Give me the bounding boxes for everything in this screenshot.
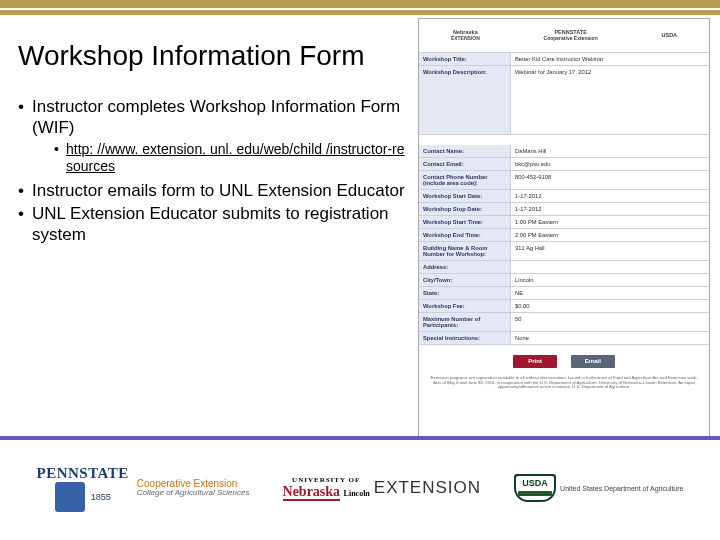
form-header-logos: NebraskaEXTENSION PENNSTATECooperative E… <box>419 19 709 53</box>
usda-full-text: United States Department of Agriculture <box>560 485 683 492</box>
val: 2:00 PM Eastern <box>511 229 709 241</box>
main-content: Workshop Information Form Instructor com… <box>18 40 408 247</box>
row-end-time: Workshop End Time:2:00 PM Eastern <box>419 229 709 242</box>
neb-lincoln: Lincoln <box>344 489 370 498</box>
row-state: State:NE <box>419 287 709 300</box>
penn-year: 1855 <box>91 492 111 502</box>
lbl: Address: <box>419 261 511 273</box>
sub-bullet-1: http: //www. extension. unl. edu/web/chi… <box>54 141 408 176</box>
val: DaMaris Hill <box>511 145 709 157</box>
val: bkc@psu.edu <box>511 158 709 170</box>
lbl: Workshop Start Time: <box>419 216 511 228</box>
row-address: Address: <box>419 261 709 274</box>
coop-extension-text: Cooperative Extension College of Agricul… <box>137 479 250 497</box>
footer-logos: PENNSTATE 1855 Cooperative Extension Col… <box>0 452 720 524</box>
row-city: City/Town:Lincoln <box>419 274 709 287</box>
nebraska-footer-logo: UNIVERSITY OF Nebraska Lincoln EXTENSION <box>283 476 482 500</box>
coop-text: Cooperative Extension <box>544 35 598 41</box>
row-contact-phone: Contact Phone Number (include area code)… <box>419 171 709 190</box>
lbl: Workshop Description: <box>419 66 511 134</box>
row-stop-date: Workshop Stop Date:1-17-2012 <box>419 203 709 216</box>
val: NE <box>511 287 709 299</box>
form-fine-print: Extension programs are registration avai… <box>419 376 709 390</box>
row-start-date: Workshop Start Date:1-17-2012 <box>419 190 709 203</box>
val: Webinar for January 17, 2012 <box>511 66 709 134</box>
print-button[interactable]: Print <box>513 355 557 368</box>
resource-link[interactable]: http: //www. extension. unl. edu/web/chi… <box>66 141 405 175</box>
sub-bullet-list: http: //www. extension. unl. edu/web/chi… <box>54 141 408 176</box>
lbl: City/Town: <box>419 274 511 286</box>
extension-word: EXTENSION <box>374 478 481 498</box>
val: 1:00 PM Eastern <box>511 216 709 228</box>
pennstate-seal-icon <box>55 482 85 512</box>
bullet-list: Instructor completes Workshop Informatio… <box>18 96 408 245</box>
row-start-time: Workshop Start Time:1:00 PM Eastern <box>419 216 709 229</box>
lbl: Workshop End Time: <box>419 229 511 241</box>
lbl: Contact Email: <box>419 158 511 170</box>
val: 1-17-2012 <box>511 190 709 202</box>
row-max: Maximum Number of Participants:50 <box>419 313 709 332</box>
form-thumbnail: NebraskaEXTENSION PENNSTATECooperative E… <box>418 18 710 438</box>
footer-divider <box>0 436 720 440</box>
bullet-2: Instructor emails form to UNL Extension … <box>18 180 408 201</box>
usda-logo: USDA <box>662 33 678 39</box>
val: 50 <box>511 313 709 331</box>
bullet-3: UNL Extension Educator submits to regist… <box>18 203 408 246</box>
bullet-1: Instructor completes Workshop Informatio… <box>18 96 408 176</box>
usda-footer-logo: United States Department of Agriculture <box>514 474 683 502</box>
lbl: Workshop Start Date: <box>419 190 511 202</box>
val: None <box>511 332 709 344</box>
lbl: Special Instructions: <box>419 332 511 344</box>
nebraska-logo: NebraskaEXTENSION <box>451 30 480 41</box>
val: Better Kid Care Instructor Webinar <box>511 53 709 65</box>
row-title: Workshop Title:Better Kid Care Instructo… <box>419 53 709 66</box>
val: Lincoln <box>511 274 709 286</box>
val <box>511 261 709 273</box>
lbl: Contact Name: <box>419 145 511 157</box>
ext-text: EXTENSION <box>451 35 480 41</box>
row-contact-email: Contact Email:bkc@psu.edu <box>419 158 709 171</box>
row-desc: Workshop Description:Webinar for January… <box>419 66 709 135</box>
lbl: Contact Phone Number (include area code)… <box>419 171 511 189</box>
neb-univ: UNIVERSITY OF <box>283 476 370 484</box>
val: $0.00 <box>511 300 709 312</box>
lbl: State: <box>419 287 511 299</box>
lbl: Building Name & Room Number for Workshop… <box>419 242 511 260</box>
accent-bar-2 <box>0 10 720 15</box>
row-special: Special Instructions:None <box>419 332 709 345</box>
accent-bar-1 <box>0 0 720 8</box>
val: 1-17-2012 <box>511 203 709 215</box>
neb-main: Nebraska <box>283 484 341 501</box>
page-title: Workshop Information Form <box>18 40 408 72</box>
email-button[interactable]: Email <box>571 355 615 368</box>
neb-word: UNIVERSITY OF Nebraska Lincoln <box>283 476 370 500</box>
row-fee: Workshop Fee:$0.00 <box>419 300 709 313</box>
row-contact-name: Contact Name:DaMaris Hill <box>419 145 709 158</box>
lbl: Workshop Title: <box>419 53 511 65</box>
coop2: College of Agricultural Sciences <box>137 489 250 497</box>
val: 800-452-9108 <box>511 171 709 189</box>
val: 311 Ag Hall <box>511 242 709 260</box>
lbl: Workshop Fee: <box>419 300 511 312</box>
bullet-1-text: Instructor completes Workshop Informatio… <box>32 97 400 137</box>
lbl: Maximum Number of Participants: <box>419 313 511 331</box>
lbl: Workshop Stop Date: <box>419 203 511 215</box>
penn-word: PENNSTATE <box>37 465 129 482</box>
pennstate-logo: PENNSTATECooperative Extension <box>544 30 598 41</box>
pennstate-footer-logo: PENNSTATE 1855 Cooperative Extension Col… <box>37 465 250 512</box>
usda-shield-icon <box>514 474 556 502</box>
row-building: Building Name & Room Number for Workshop… <box>419 242 709 261</box>
form-buttons: Print Email <box>419 355 709 368</box>
